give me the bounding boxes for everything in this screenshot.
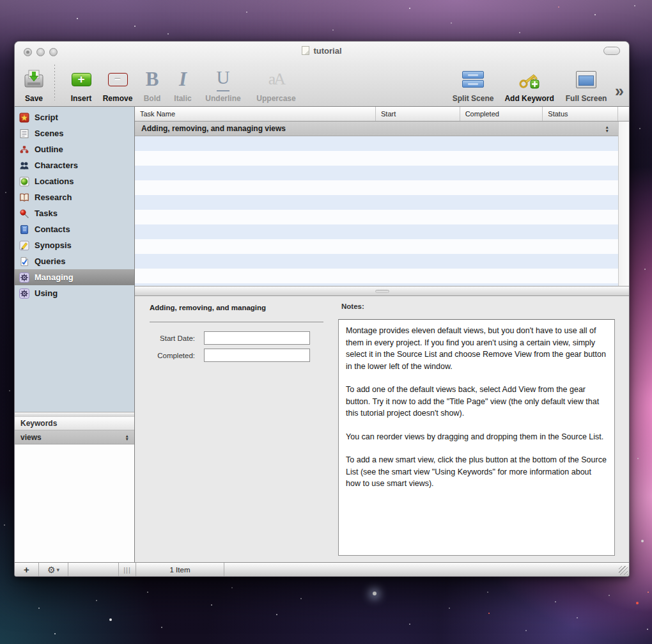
add-keyword-button[interactable]: Add Keyword xyxy=(499,59,560,107)
sidebar-item-synopsis[interactable]: Synopsis xyxy=(15,237,134,253)
sidebar: Script Scenes xyxy=(15,107,135,562)
gear-icon xyxy=(19,272,29,283)
toolbar-toggle-button[interactable] xyxy=(603,47,620,55)
uppercase-button[interactable]: Uppercase xyxy=(248,59,304,107)
toolbar-flex-space xyxy=(304,59,447,107)
notes-paragraph: Montage provides eleven default views, b… xyxy=(346,325,607,372)
full-screen-icon xyxy=(576,71,596,88)
keywords-header: Keywords xyxy=(15,417,134,430)
sidebar-item-script[interactable]: Script xyxy=(15,109,134,125)
start-date-field[interactable] xyxy=(204,331,310,345)
notes-label: Notes: xyxy=(341,302,364,310)
notes-paragraph: To add one of the default views back, se… xyxy=(346,384,607,420)
detail-panel: Adding, removing, and managing Start Dat… xyxy=(135,296,629,562)
app-window: tutorial xyxy=(14,41,630,577)
script-icon xyxy=(19,113,29,123)
key-plus-icon xyxy=(517,66,541,93)
item-count: 1 Item xyxy=(136,563,224,576)
toolbar-separator xyxy=(54,65,55,100)
sidebar-item-outline[interactable]: Outline xyxy=(15,141,134,157)
synopsis-icon xyxy=(19,240,29,251)
contacts-icon xyxy=(19,224,29,235)
stars-red-decoration xyxy=(0,0,1,1)
split-scene-button[interactable]: Split Scene xyxy=(447,59,499,107)
outline-icon xyxy=(19,145,29,155)
status-bar: 1 Item xyxy=(15,562,629,576)
statusbar-right-area xyxy=(224,563,629,576)
completed-field[interactable] xyxy=(204,349,310,362)
keyword-label: views xyxy=(20,433,42,442)
queries-icon xyxy=(19,256,29,267)
notes-textarea[interactable]: Montage provides eleven default views, b… xyxy=(338,319,615,556)
sidebar-item-tasks[interactable]: Tasks xyxy=(15,205,134,221)
column-header-task-name[interactable]: Task Name xyxy=(135,107,376,121)
sidebar-item-research[interactable]: Research xyxy=(15,189,134,205)
sidebar-item-using[interactable]: Using xyxy=(15,285,134,301)
split-scene-icon xyxy=(462,71,484,88)
toolbar: Save Insert Remove Bold Italic xyxy=(15,59,629,107)
notes-paragraph: To add a new smart view, click the plus … xyxy=(346,454,607,490)
window-chrome: tutorial xyxy=(15,42,629,107)
add-view-button[interactable] xyxy=(15,563,39,576)
save-button[interactable]: Save xyxy=(22,59,45,107)
characters-icon xyxy=(19,161,29,171)
gear-menu-button[interactable] xyxy=(39,563,68,576)
underline-icon xyxy=(217,68,230,91)
column-header-start[interactable]: Start xyxy=(376,107,460,121)
sidebar-item-queries[interactable]: Queries xyxy=(15,253,134,269)
save-icon xyxy=(22,66,45,93)
window-title: tutorial xyxy=(313,46,341,56)
status-stepper-icon[interactable] xyxy=(605,125,609,132)
table-header: Task Name Start Completed Status xyxy=(135,107,629,122)
notes-paragraph: You can reorder views by dragging and dr… xyxy=(346,431,607,443)
detail-title: Adding, removing, and managing xyxy=(150,304,266,311)
titlebar[interactable]: tutorial xyxy=(15,42,629,59)
keyword-row-views[interactable]: views xyxy=(15,430,134,444)
task-list-rows[interactable] xyxy=(135,136,619,286)
splitter-handle[interactable] xyxy=(375,290,389,293)
sidebar-item-contacts[interactable]: Contacts xyxy=(15,221,134,237)
toolbar-overflow-button[interactable]: » xyxy=(612,82,629,107)
remove-minus-icon xyxy=(108,73,128,86)
underline-button[interactable]: Underline xyxy=(198,59,248,107)
sidebar-item-locations[interactable]: Locations xyxy=(15,173,134,189)
source-list: Script Scenes xyxy=(15,107,134,412)
document-icon xyxy=(302,46,309,55)
bright-star-decoration xyxy=(373,592,376,595)
table-row[interactable]: Adding, removing, and managing views xyxy=(135,122,619,136)
remove-button[interactable]: Remove xyxy=(98,59,137,107)
vertical-scrollbar-track[interactable] xyxy=(618,122,629,286)
locations-icon xyxy=(19,177,29,187)
sidebar-item-scenes[interactable]: Scenes xyxy=(15,125,134,141)
full-screen-button[interactable]: Full Screen xyxy=(560,59,612,107)
window-resize-grip[interactable] xyxy=(619,566,628,575)
sidebar-item-managing[interactable]: Managing xyxy=(15,269,134,285)
bold-button[interactable]: Bold xyxy=(137,59,167,107)
gear-icon xyxy=(19,288,29,299)
column-header-completed[interactable]: Completed xyxy=(460,107,543,121)
sidebar-resize-grip[interactable] xyxy=(119,563,136,576)
task-name-cell: Adding, removing, and managing views xyxy=(141,124,286,133)
tasks-icon xyxy=(19,208,29,219)
sidebar-item-characters[interactable]: Characters xyxy=(15,157,134,173)
insert-plus-icon xyxy=(72,73,91,86)
italic-icon xyxy=(179,68,187,91)
main-content: Task Name Start Completed Status Adding,… xyxy=(135,107,629,562)
keyword-stepper-icon[interactable] xyxy=(125,434,129,441)
scrollbar-corner xyxy=(618,107,629,121)
detail-title-divider xyxy=(150,322,323,322)
completed-label: Completed: xyxy=(139,352,195,359)
uppercase-icon xyxy=(268,70,284,89)
statusbar-spacer xyxy=(68,563,119,576)
keywords-empty-area[interactable] xyxy=(15,444,134,562)
start-date-label: Start Date: xyxy=(139,334,195,342)
italic-button[interactable]: Italic xyxy=(167,59,198,107)
bold-icon xyxy=(146,68,159,91)
horizontal-splitter[interactable] xyxy=(135,286,629,296)
column-header-status[interactable]: Status xyxy=(543,107,618,121)
insert-button[interactable]: Insert xyxy=(64,59,98,107)
research-icon xyxy=(19,192,29,203)
window-title-area: tutorial xyxy=(15,42,629,59)
scenes-icon xyxy=(19,129,29,139)
